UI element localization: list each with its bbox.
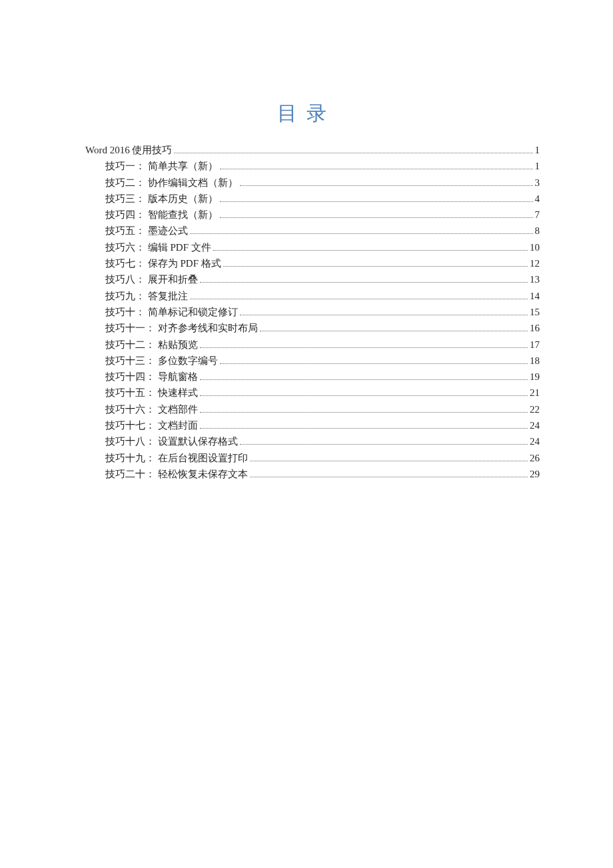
toc-entry-page: 22 <box>530 401 540 417</box>
toc-entry[interactable]: 技巧三： 版本历史（新） 4 <box>85 191 540 207</box>
toc-entry-label: 技巧十六： 文档部件 <box>105 401 198 417</box>
toc-entry-label: 技巧十五： 快速样式 <box>105 385 198 401</box>
toc-entry-label: 技巧六： 编辑 PDF 文件 <box>105 239 211 255</box>
toc-dot-leader <box>200 338 528 348</box>
toc-entry-label: 技巧五： 墨迹公式 <box>105 223 188 239</box>
toc-entry-label: 技巧十八： 设置默认保存格式 <box>105 433 238 449</box>
toc-entry[interactable]: 技巧十五： 快速样式 21 <box>85 385 540 401</box>
toc-entry-label: 技巧七： 保存为 PDF 格式 <box>105 255 221 271</box>
toc-entry[interactable]: 技巧七： 保存为 PDF 格式 12 <box>85 255 540 271</box>
toc-entry[interactable]: 技巧十一： 对齐参考线和实时布局 16 <box>85 320 540 336</box>
toc-entry[interactable]: 技巧十九： 在后台视图设置打印 26 <box>85 450 540 466</box>
toc-entry-page: 24 <box>530 433 540 449</box>
toc-entry[interactable]: 技巧二： 协作编辑文档（新） 3 <box>85 175 540 191</box>
toc-entry-page: 26 <box>530 450 540 466</box>
toc-entry-label: 技巧十四： 导航窗格 <box>105 369 198 385</box>
toc-entry-page: 29 <box>530 466 540 482</box>
toc-entry[interactable]: 技巧八： 展开和折叠 13 <box>85 271 540 287</box>
toc-entry-page: 15 <box>530 304 540 320</box>
toc-entry-page: 13 <box>530 271 540 287</box>
toc-entry-page: 7 <box>535 207 540 223</box>
toc-entry-page: 4 <box>535 191 540 207</box>
toc-entry[interactable]: 技巧六： 编辑 PDF 文件 10 <box>85 239 540 255</box>
toc-entry-label: 技巧三： 版本历史（新） <box>105 191 218 207</box>
toc-entry-label: 技巧十三： 多位数字编号 <box>105 353 218 369</box>
toc-entry-label: 技巧四： 智能查找（新） <box>105 207 218 223</box>
toc-entry-label: Word 2016 使用技巧 <box>85 142 172 158</box>
toc-entry-label: 技巧十： 简单标记和锁定修订 <box>105 304 238 320</box>
toc-entry-label: 技巧一： 简单共享（新） <box>105 158 218 174</box>
toc-entry-page: 3 <box>535 175 540 191</box>
toc-entry-page: 19 <box>530 369 540 385</box>
toc-entry[interactable]: 技巧一： 简单共享（新） 1 <box>85 158 540 174</box>
toc-entry-page: 18 <box>530 353 540 369</box>
toc-entry-page: 10 <box>530 239 540 255</box>
toc-dot-leader <box>220 160 533 170</box>
toc-dot-leader <box>174 144 532 154</box>
toc-entry[interactable]: 技巧十四： 导航窗格 19 <box>85 369 540 385</box>
toc-entry-page: 14 <box>530 288 540 304</box>
toc-entry-page: 1 <box>535 142 540 158</box>
toc-entry-page: 17 <box>530 337 540 353</box>
toc-entry-label: 技巧十七： 文档封面 <box>105 417 198 433</box>
toc-entry-label: 技巧九： 答复批注 <box>105 288 188 304</box>
toc-entry-label: 技巧二： 协作编辑文档（新） <box>105 175 238 191</box>
toc-dot-leader <box>220 192 533 202</box>
toc-entry-page: 12 <box>530 255 540 271</box>
toc-dot-leader <box>200 371 528 381</box>
toc-dot-leader <box>240 305 528 315</box>
toc-entry-label: 技巧十二： 粘贴预览 <box>105 337 198 353</box>
toc-dot-leader <box>220 209 533 219</box>
toc-entry[interactable]: 技巧十七： 文档封面 24 <box>85 417 540 433</box>
toc-dot-leader <box>200 419 528 429</box>
document-page: 目录 Word 2016 使用技巧 1 技巧一： 简单共享（新） 1 技巧二： … <box>0 0 613 868</box>
toc-entry-page: 24 <box>530 417 540 433</box>
toc-entry[interactable]: 技巧十八： 设置默认保存格式 24 <box>85 433 540 449</box>
toc-entry-page: 8 <box>535 223 540 239</box>
toc-entry[interactable]: 技巧四： 智能查找（新） 7 <box>85 207 540 223</box>
toc-entry[interactable]: Word 2016 使用技巧 1 <box>85 142 540 158</box>
toc-dot-leader <box>240 435 528 445</box>
toc-entry-label: 技巧十一： 对齐参考线和实时布局 <box>105 320 258 336</box>
toc-entry-label: 技巧八： 展开和折叠 <box>105 271 198 287</box>
toc-entry[interactable]: 技巧十六： 文档部件 22 <box>85 401 540 417</box>
toc-entry-label: 技巧二十： 轻松恢复未保存文本 <box>105 466 248 482</box>
toc-dot-leader <box>223 257 528 267</box>
toc-list: Word 2016 使用技巧 1 技巧一： 简单共享（新） 1 技巧二： 协作编… <box>0 142 613 482</box>
toc-entry[interactable]: 技巧五： 墨迹公式 8 <box>85 223 540 239</box>
toc-entry-page: 1 <box>535 158 540 174</box>
toc-dot-leader <box>200 387 528 397</box>
toc-entry[interactable]: 技巧二十： 轻松恢复未保存文本 29 <box>85 466 540 482</box>
toc-entry[interactable]: 技巧十三： 多位数字编号 18 <box>85 353 540 369</box>
toc-dot-leader <box>200 273 528 283</box>
toc-entry-page: 21 <box>530 385 540 401</box>
toc-dot-leader <box>240 176 533 186</box>
toc-entry[interactable]: 技巧十： 简单标记和锁定修订 15 <box>85 304 540 320</box>
toc-dot-leader <box>190 289 528 299</box>
toc-dot-leader <box>250 451 528 461</box>
toc-title: 目录 <box>0 100 613 127</box>
toc-entry[interactable]: 技巧十二： 粘贴预览 17 <box>85 337 540 353</box>
toc-dot-leader <box>213 241 528 251</box>
toc-entry-page: 16 <box>530 320 540 336</box>
toc-dot-leader <box>190 225 533 235</box>
toc-dot-leader <box>260 322 528 332</box>
toc-entry-label: 技巧十九： 在后台视图设置打印 <box>105 450 248 466</box>
toc-dot-leader <box>220 354 528 364</box>
toc-entry[interactable]: 技巧九： 答复批注 14 <box>85 288 540 304</box>
toc-dot-leader <box>200 403 528 413</box>
toc-dot-leader <box>250 467 528 477</box>
